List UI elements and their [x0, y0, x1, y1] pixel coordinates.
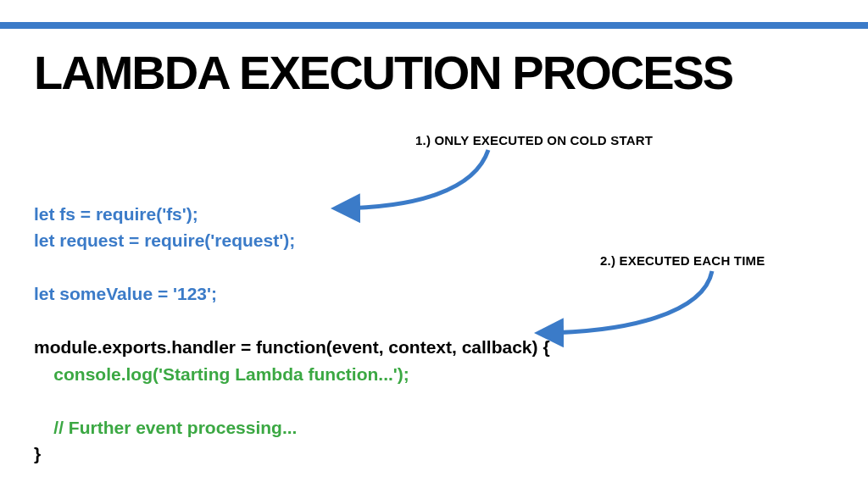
code-line-9: // Further event processing... — [34, 418, 297, 437]
code-line-2: let request = require('request'); — [34, 230, 295, 250]
code-line-4: let someValue = '123'; — [34, 284, 217, 303]
code-block: let fs = require('fs'); let request = re… — [34, 174, 550, 468]
arrow-2-icon — [542, 271, 712, 333]
slide-title: LAMBDA EXECUTION PROCESS — [34, 45, 732, 100]
code-line-6: module.exports.handler = function(event,… — [34, 337, 550, 357]
annotation-cold-start: 1.) ONLY EXECUTED ON COLD START — [415, 133, 653, 147]
annotation-each-time: 2.) EXECUTED EACH TIME — [600, 253, 765, 268]
code-line-1: let fs = require('fs'); — [34, 204, 198, 224]
code-line-10: } — [34, 444, 41, 463]
top-border-bar — [0, 22, 868, 29]
code-line-7: console.log('Starting Lambda function...… — [34, 364, 409, 384]
